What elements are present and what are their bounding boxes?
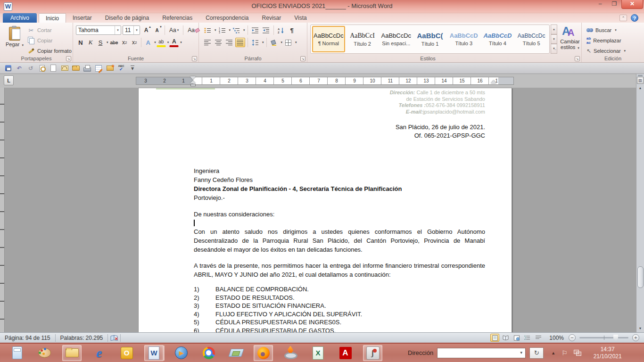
italic-button[interactable]: K — [86, 38, 95, 47]
address-input[interactable]: ▼ — [437, 348, 526, 358]
sort-button[interactable]: AZ — [276, 25, 286, 35]
zoom-level[interactable]: 100% — [549, 335, 564, 341]
styles-scroll-down-icon[interactable]: ▼ — [551, 34, 557, 44]
restore-button[interactable]: ❐ — [607, 0, 621, 9]
paragraph-dialog-launcher[interactable]: ↘ — [300, 56, 305, 61]
save-icon[interactable] — [3, 64, 13, 73]
text-effects-button[interactable]: A — [143, 38, 153, 47]
copy-button[interactable]: Copiar — [27, 36, 52, 45]
paint-icon[interactable] — [35, 345, 54, 361]
Título 3[interactable]: AaBbCcD Título 3 — [447, 26, 480, 52]
excel-icon[interactable]: X — [308, 345, 328, 361]
scroll-up-icon[interactable]: ▲ — [636, 84, 644, 91]
cut-button[interactable]: ✂ Cortar — [27, 25, 52, 35]
tab-insertar[interactable]: Insertar — [66, 13, 99, 23]
¶ Normal[interactable]: AaBbCcDc ¶ Normal — [312, 26, 345, 52]
tab-inicio[interactable]: Inicio — [39, 13, 66, 23]
hanging-indent-marker[interactable] — [190, 81, 196, 83]
Sin espaci...[interactable]: AaBbCcDc Sin espaci... — [380, 26, 413, 52]
ruler-toggle-icon[interactable]: ▨ — [637, 77, 644, 84]
nero-burning-icon[interactable] — [281, 345, 300, 361]
justify-button[interactable] — [235, 38, 245, 47]
replace-button[interactable]: abac Reemplazar — [586, 36, 621, 45]
clipboard-dialog-launcher[interactable]: ↘ — [66, 56, 71, 61]
bold-button[interactable]: N — [76, 38, 85, 47]
grow-font-button[interactable]: A▲ — [141, 25, 151, 35]
numbering-button[interactable]: 123 — [217, 25, 227, 35]
scanner-icon[interactable] — [226, 345, 246, 361]
word-count[interactable]: Palabras: 20.295 — [56, 335, 108, 341]
font-name-combo[interactable]: Tahoma▾ — [76, 25, 121, 35]
new-folder-icon[interactable] — [105, 64, 115, 73]
scroll-down-icon[interactable]: ▼ — [636, 325, 644, 332]
Título 4[interactable]: AaBbCcD Título 4 — [481, 26, 514, 52]
font-size-combo[interactable]: 11▾ — [123, 25, 140, 35]
shading-button[interactable] — [269, 38, 279, 47]
align-right-button[interactable] — [224, 38, 234, 47]
print-preview-icon[interactable] — [37, 64, 47, 73]
shrink-font-button[interactable]: A▼ — [152, 25, 162, 35]
find-button[interactable]: Buscar▾ — [586, 25, 617, 35]
Título 5[interactable]: AaBbCcDc Título 5 — [515, 26, 548, 52]
strikethrough-button[interactable]: abe — [109, 38, 120, 47]
zoom-slider-thumb[interactable] — [613, 335, 618, 341]
vertical-scrollbar[interactable]: ▨ ▲ ▼ — [636, 74, 644, 332]
bullets-button[interactable] — [203, 25, 213, 35]
tab-correspondencia[interactable]: Correspondencia — [199, 13, 255, 23]
paste-button[interactable]: Pegar ▾ — [4, 25, 25, 56]
highlight-color-button[interactable]: ab — [157, 38, 166, 47]
draft-view-icon[interactable] — [534, 334, 543, 342]
change-case-button[interactable]: Aa▾ — [168, 25, 180, 35]
page-count[interactable]: Página: 94 de 115 — [0, 335, 55, 341]
multilevel-list-button[interactable] — [231, 25, 241, 35]
tab-archivo[interactable]: Archivo — [3, 13, 37, 23]
word-icon[interactable]: W — [144, 345, 164, 361]
Título 1[interactable]: AaBbC( Título 1 — [413, 26, 446, 52]
zoom-slider[interactable] — [579, 337, 628, 338]
styles-dialog-launcher[interactable]: ↘ — [575, 56, 580, 61]
outline-view-icon[interactable] — [523, 334, 532, 342]
minimize-button[interactable]: – — [593, 0, 607, 9]
chrome-icon[interactable] — [199, 345, 218, 361]
left-indent-marker[interactable] — [190, 84, 196, 86]
attach-envelope-icon[interactable] — [59, 64, 70, 73]
change-styles-button[interactable]: AA Cambiar estilos ▾ — [559, 24, 581, 56]
vertical-ruler[interactable] — [0, 88, 5, 332]
qat-overflow-icon[interactable]: ▾ — [127, 64, 138, 73]
minimize-ribbon-icon[interactable]: ⌃ — [619, 15, 627, 21]
file-explorer-icon[interactable] — [62, 345, 82, 361]
fullscreen-reading-view-icon[interactable] — [501, 334, 510, 342]
autocad-icon[interactable]: A — [336, 345, 355, 361]
undo-icon[interactable]: ↶ — [14, 64, 25, 73]
internet-explorer-icon[interactable]: e — [90, 345, 109, 361]
superscript-button[interactable]: x2 — [130, 38, 139, 47]
edit-table-icon[interactable] — [93, 64, 104, 73]
font-color-button[interactable]: A — [169, 38, 179, 47]
underline-button[interactable]: S — [96, 38, 105, 47]
action-center-flag-icon[interactable]: ⚐ — [561, 349, 568, 357]
decrease-indent-button[interactable] — [250, 25, 260, 35]
media-player-icon[interactable]: ▶ — [172, 345, 191, 361]
font-dialog-launcher[interactable]: ↘ — [192, 56, 197, 61]
address-dropdown-icon[interactable]: ▼ — [517, 351, 525, 355]
increase-indent-button[interactable] — [261, 25, 271, 35]
Título 2[interactable]: AaBbCcI Título 2 — [346, 26, 379, 52]
styles-expand-icon[interactable]: ▼̲ — [551, 44, 557, 54]
first-line-indent-marker[interactable] — [190, 76, 196, 80]
align-center-button[interactable] — [214, 38, 223, 47]
java-app-icon[interactable]: ʃ — [363, 345, 382, 361]
proofing-errors-icon[interactable]: ✕ — [108, 335, 120, 341]
styles-scroll-up-icon[interactable]: ▲ — [551, 25, 557, 34]
taskbar-clock[interactable]: 14:37 21/10/2021 — [588, 346, 627, 360]
scrollbar-thumb[interactable] — [637, 266, 644, 288]
borders-button[interactable] — [283, 38, 293, 47]
print-icon[interactable] — [82, 64, 92, 73]
split-handle[interactable] — [638, 75, 643, 76]
subscript-button[interactable]: x2 — [120, 38, 129, 47]
print-layout-view-icon[interactable] — [490, 334, 499, 342]
new-document-icon[interactable] — [48, 64, 58, 73]
document-page[interactable]: Dirección: Calle 1 de diciembre a 50 mts… — [138, 88, 512, 332]
outlook-icon[interactable]: O — [117, 345, 136, 361]
help-icon[interactable]: ? — [631, 14, 638, 22]
web-layout-view-icon[interactable] — [512, 334, 521, 342]
